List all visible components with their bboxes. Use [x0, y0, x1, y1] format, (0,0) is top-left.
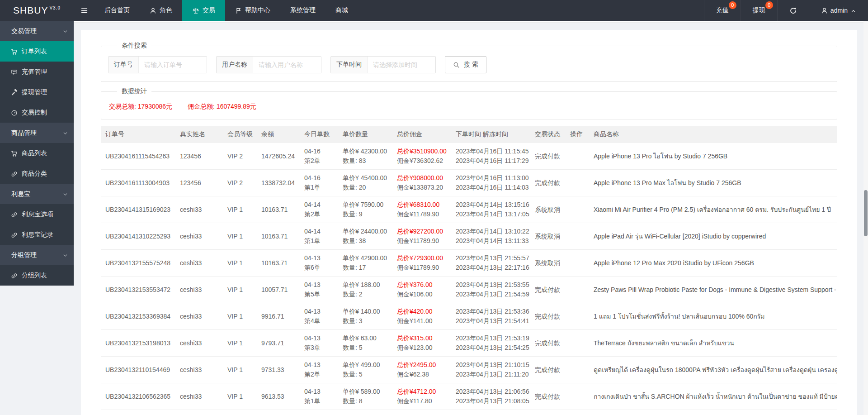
order-time-input[interactable] [368, 57, 435, 73]
sidebar-item-recharge-management[interactable]: 充值管理 [0, 62, 74, 82]
cell-vip-level: VIP 2 [223, 170, 257, 196]
cell-real-name: ceshi33 [175, 383, 223, 410]
nav-item-help-center[interactable]: 帮助中心 [225, 0, 280, 21]
trade-total: 交易总额: 17930086元 [109, 103, 172, 111]
cell-unit-price-qty: 单价¥ 42300.00 数量: 83 [338, 143, 392, 170]
cell-product-name: Zesty Paws Pill Wrap Probiotic Paste for… [589, 277, 837, 303]
user-icon [821, 7, 828, 14]
sidebar-item-product-list[interactable]: 商品列表 [0, 143, 74, 163]
nav-item-system[interactable]: 系统管理 [280, 0, 326, 21]
col-header-trade-status: 交易状态 [530, 126, 566, 143]
withdraw-button[interactable]: 提现 0 [741, 0, 777, 21]
sidebar-item-label: 提现管理 [22, 88, 47, 96]
sidebar-item-interest-options[interactable]: 利息宝选项 [0, 204, 74, 224]
cell-actions [566, 303, 589, 330]
sidebar-group-label: 利息宝 [11, 190, 30, 198]
sidebar-item-label: 分组列表 [22, 272, 47, 280]
scrollbar-thumb[interactable] [864, 190, 868, 236]
cell-actions [566, 277, 589, 303]
cell-order-time: 2023年04月14日 13:15:16 2023年04月14日 13:17:0… [451, 196, 530, 223]
cell-vip-level: VIP 1 [223, 383, 257, 410]
cell-total-commission: 总价¥420.00 佣金¥141.00 [392, 303, 451, 330]
topbar-right: 充值 0 提现 0 admin [704, 0, 868, 21]
cell-product-name: Apple iPad Air รุ่น WiFi-Cellular [2020]… [589, 223, 837, 250]
table-row: UB2304161115454263 123456 VIP 2 1472605.… [101, 143, 837, 170]
recharge-badge: 0 [729, 1, 736, 9]
sidebar-item-label: 充值管理 [22, 68, 47, 76]
nav-label: 商城 [335, 6, 348, 14]
cell-balance: 10163.71 [257, 250, 300, 277]
scale-icon [192, 6, 199, 14]
cell-unit-price-qty: 单价¥ 7590.00 数量: 9 [338, 196, 392, 223]
cell-balance: 9731.33 [257, 357, 300, 383]
col-header-balance: 余额 [257, 126, 300, 143]
recharge-button[interactable]: 充值 0 [704, 0, 741, 21]
refresh-button[interactable] [777, 0, 809, 21]
gauge-icon [11, 109, 18, 116]
sidebar-group-interest-treasure[interactable]: 利息宝 [0, 184, 74, 204]
order-no-field-label: 订单号 [108, 57, 139, 73]
sidebar-group-product-management[interactable]: 商品管理 [0, 123, 74, 143]
table-row: UB2304161113004903 123456 VIP 2 1338732.… [101, 170, 837, 196]
commission-total: 佣金总额: 1607499.89元 [188, 103, 256, 111]
sidebar-item-interest-records[interactable]: 利息宝记录 [0, 224, 74, 245]
order-no-input[interactable] [139, 57, 207, 73]
col-header-product-name: 商品名称 [589, 126, 837, 143]
sidebar-group-trade-management[interactable]: 交易管理 [0, 21, 74, 41]
cell-actions [566, 330, 589, 357]
link-icon [11, 231, 18, 239]
cell-product-name: ดูดเหรียญได้ เครื่องดูฝุ่นในรถ 18000PA ฟ… [589, 357, 837, 383]
topbar: SHBUY V3.0 后台首页 角色 交易 帮助中心 [0, 0, 868, 21]
col-header-unit-price-qty: 单价数量 [338, 126, 392, 143]
sidebar-toggle-button[interactable] [74, 0, 94, 21]
search-legend: 条件搜索 [117, 42, 151, 50]
cell-unit-price-qty: 单价¥ 45400.00 数量: 20 [338, 170, 392, 196]
cell-today-orders: 04-14 第1单 [300, 223, 338, 250]
sidebar-item-group-list[interactable]: 分组列表 [0, 265, 74, 286]
search-fieldset: 条件搜索 订单号 用户名称 下单时间 [101, 42, 837, 82]
sidebar-item-order-list[interactable]: 订单列表 [0, 41, 74, 62]
order-time-field-group: 下单时间 [330, 56, 436, 73]
cell-real-name: ceshi33 [175, 357, 223, 383]
sidebar-group-grouping-management[interactable]: 分组管理 [0, 245, 74, 265]
cell-today-orders: 04-13 第2单 [300, 357, 338, 383]
nav-item-trade[interactable]: 交易 [182, 0, 225, 21]
cell-total-commission: 总价¥908000.00 佣金¥133873.20 [392, 170, 451, 196]
cell-order-no: UB2304132155575248 [101, 250, 175, 277]
cell-order-no: UB2304141310225293 [101, 223, 175, 250]
cell-unit-price-qty: 单价¥ 499.00 数量: 5 [338, 357, 392, 383]
cell-real-name: 123456 [175, 143, 223, 170]
cell-total-commission: 总价¥3510900.00 佣金¥736302.62 [392, 143, 451, 170]
table-row: UB2304132153553472 ceshi33 VIP 1 10057.7… [101, 277, 837, 303]
nav-item-mall[interactable]: 商城 [326, 0, 358, 21]
sidebar-item-label: 交易控制 [22, 109, 47, 117]
nav-label: 系统管理 [290, 6, 316, 14]
cell-balance: 9613.53 [257, 383, 300, 410]
cell-trade-status: 完成付款 [530, 357, 566, 383]
sidebar-item-product-category[interactable]: 商品分类 [0, 163, 74, 184]
sidebar-item-trade-control[interactable]: 交易控制 [0, 102, 74, 123]
username-input[interactable] [253, 57, 321, 73]
comment-icon [11, 68, 18, 76]
nav-item-roles[interactable]: 角色 [140, 0, 182, 21]
col-header-total-commission: 总价佣金 [392, 126, 451, 143]
cell-today-orders: 04-13 第4单 [300, 303, 338, 330]
cell-unit-price-qty: 单价¥ 63.00 数量: 5 [338, 330, 392, 357]
cell-total-commission: 总价¥2495.00 佣金¥62.38 [392, 357, 451, 383]
sidebar-item-withdraw-management[interactable]: 提现管理 [0, 82, 74, 102]
cell-product-name: Xiaomi Mi Air Purifier 4 Pro (PM 2.5) เค… [589, 196, 837, 223]
search-button[interactable]: 搜 索 [445, 56, 486, 73]
refresh-icon [789, 6, 797, 14]
cell-real-name: ceshi33 [175, 250, 223, 277]
user-menu[interactable]: admin [809, 0, 868, 21]
cart-icon [11, 48, 18, 55]
cell-order-time: 2023年04月13日 21:55:57 2023年04月13日 22:17:1… [451, 250, 530, 277]
cell-product-name: กางเกงเดินป่า ขาสั้น S.ARCHON ผ้าแห้งเร็… [589, 383, 837, 410]
cell-order-time: 2023年04月13日 21:53:19 2023年04月13日 21:54:2… [451, 330, 530, 357]
nav-item-dashboard[interactable]: 后台首页 [94, 0, 140, 21]
user-icon [150, 7, 156, 14]
sidebar-group-label: 商品管理 [11, 129, 37, 137]
vertical-scrollbar[interactable] [863, 21, 868, 415]
withdraw-badge: 0 [765, 1, 773, 9]
cart-icon [11, 149, 18, 157]
